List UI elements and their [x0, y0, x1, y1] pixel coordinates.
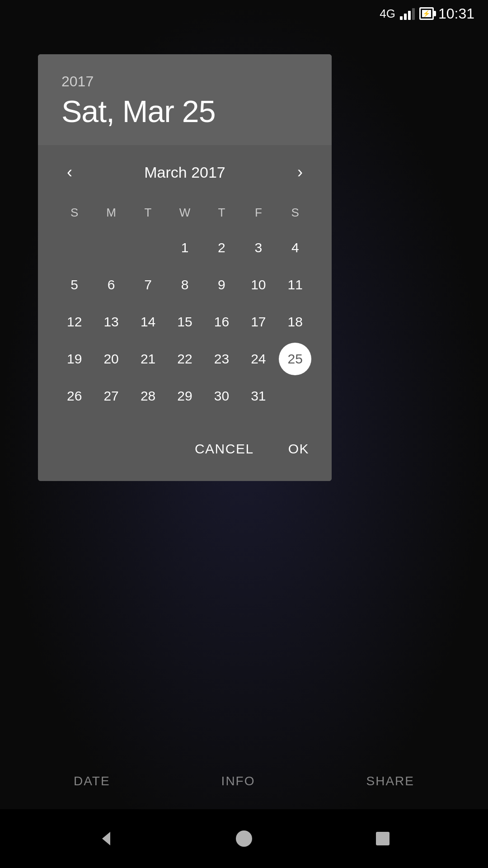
battery-icon: ⚡ — [419, 7, 434, 20]
calendar-cell-3: 3 — [240, 231, 277, 265]
day-button-29[interactable]: 29 — [169, 380, 201, 412]
svg-point-1 — [236, 830, 252, 847]
day-button-2[interactable]: 2 — [205, 231, 238, 264]
day-header-mon: M — [93, 202, 129, 223]
date-picker-dialog: 2017 Sat, Mar 25 ‹ March 2017 › S M T W … — [38, 54, 332, 481]
tab-info[interactable]: INFO — [208, 767, 269, 796]
svg-marker-0 — [102, 832, 110, 845]
calendar-area: ‹ March 2017 › S M T W T F S 1 — [38, 145, 332, 422]
calendar-cell-27: 27 — [93, 379, 129, 413]
day-button-13[interactable]: 13 — [95, 306, 127, 338]
back-arrow-icon — [96, 829, 115, 848]
system-nav-bar — [0, 809, 488, 868]
day-button-27[interactable]: 27 — [95, 380, 127, 412]
bottom-tabs: DATE INFO SHARE — [0, 767, 488, 796]
home-button[interactable] — [230, 825, 258, 852]
status-bar: 4G ⚡ 10:31 — [0, 0, 488, 27]
dialog-actions: CANCEL OK — [38, 422, 332, 481]
day-button-5[interactable]: 5 — [58, 269, 91, 301]
calendar-cell-23: 23 — [203, 342, 240, 376]
dialog-header: 2017 Sat, Mar 25 — [38, 54, 332, 145]
calendar-cell-26: 26 — [56, 379, 93, 413]
day-button-11[interactable]: 11 — [279, 269, 311, 301]
day-button-25[interactable]: 25 — [279, 343, 311, 375]
calendar-cell-21: 21 — [130, 342, 166, 376]
day-button-10[interactable]: 10 — [242, 269, 275, 301]
day-button-26[interactable]: 26 — [58, 380, 91, 412]
calendar-cell-31: 31 — [240, 379, 277, 413]
prev-month-button[interactable]: ‹ — [56, 159, 83, 186]
calendar-cell-2: 2 — [203, 231, 240, 265]
day-button-23[interactable]: 23 — [205, 343, 238, 375]
cancel-button[interactable]: CANCEL — [191, 436, 258, 462]
month-navigation: ‹ March 2017 › — [56, 159, 314, 186]
day-button-8[interactable]: 8 — [169, 269, 201, 301]
day-header-sun: S — [56, 202, 93, 223]
day-header-wed: W — [166, 202, 203, 223]
day-button-7[interactable]: 7 — [132, 269, 164, 301]
calendar-cell-15: 15 — [166, 305, 203, 339]
calendar-cell-18: 18 — [277, 305, 314, 339]
day-button-12[interactable]: 12 — [58, 306, 91, 338]
selected-year: 2017 — [61, 73, 308, 90]
signal-icon — [400, 7, 415, 20]
network-type-label: 4G — [380, 7, 395, 21]
svg-rect-2 — [376, 832, 389, 845]
day-header-tue: T — [130, 202, 166, 223]
calendar-grid: 1 2 3 4 5 6 7 8 — [56, 231, 314, 413]
next-month-button[interactable]: › — [286, 159, 314, 186]
recents-button[interactable] — [369, 825, 396, 852]
day-headers: S M T W T F S — [56, 202, 314, 223]
day-button-21[interactable]: 21 — [132, 343, 164, 375]
calendar-cell-empty — [56, 231, 93, 265]
day-button-4[interactable]: 4 — [279, 231, 311, 264]
calendar-cell-empty — [93, 231, 129, 265]
calendar-cell-11: 11 — [277, 268, 314, 302]
calendar-cell-25: 25 — [277, 342, 314, 376]
calendar-cell-29: 29 — [166, 379, 203, 413]
calendar-cell-24: 24 — [240, 342, 277, 376]
day-button-31[interactable]: 31 — [242, 380, 275, 412]
recents-square-icon — [374, 830, 391, 847]
day-button-28[interactable]: 28 — [132, 380, 164, 412]
calendar-cell-12: 12 — [56, 305, 93, 339]
calendar-cell-22: 22 — [166, 342, 203, 376]
day-button-19[interactable]: 19 — [58, 343, 91, 375]
day-button-15[interactable]: 15 — [169, 306, 201, 338]
right-arrow-icon: › — [297, 163, 303, 182]
calendar-cell-5: 5 — [56, 268, 93, 302]
back-button[interactable] — [92, 825, 119, 852]
calendar-cell-9: 9 — [203, 268, 240, 302]
month-year-label: March 2017 — [144, 164, 225, 181]
day-button-18[interactable]: 18 — [279, 306, 311, 338]
day-button-16[interactable]: 16 — [205, 306, 238, 338]
calendar-cell-17: 17 — [240, 305, 277, 339]
day-button-14[interactable]: 14 — [132, 306, 164, 338]
status-icons: 4G ⚡ 10:31 — [380, 5, 474, 22]
day-button-20[interactable]: 20 — [95, 343, 127, 375]
calendar-cell-4: 4 — [277, 231, 314, 265]
day-button-17[interactable]: 17 — [242, 306, 275, 338]
calendar-cell-10: 10 — [240, 268, 277, 302]
calendar-cell-8: 8 — [166, 268, 203, 302]
calendar-cell-6: 6 — [93, 268, 129, 302]
day-button-24[interactable]: 24 — [242, 343, 275, 375]
calendar-cell-empty — [130, 231, 166, 265]
ok-button[interactable]: OK — [285, 436, 313, 462]
calendar-cell-16: 16 — [203, 305, 240, 339]
day-button-1[interactable]: 1 — [169, 231, 201, 264]
day-button-3[interactable]: 3 — [242, 231, 275, 264]
home-circle-icon — [235, 829, 253, 848]
calendar-cell-empty-end — [277, 379, 314, 413]
calendar-cell-28: 28 — [130, 379, 166, 413]
tab-date[interactable]: DATE — [60, 767, 124, 796]
day-button-9[interactable]: 9 — [205, 269, 238, 301]
day-button-30[interactable]: 30 — [205, 380, 238, 412]
day-button-6[interactable]: 6 — [95, 269, 127, 301]
day-button-22[interactable]: 22 — [169, 343, 201, 375]
day-header-thu: T — [203, 202, 240, 223]
calendar-cell-20: 20 — [93, 342, 129, 376]
day-header-sat: S — [277, 202, 314, 223]
calendar-cell-13: 13 — [93, 305, 129, 339]
tab-share[interactable]: SHARE — [353, 767, 428, 796]
